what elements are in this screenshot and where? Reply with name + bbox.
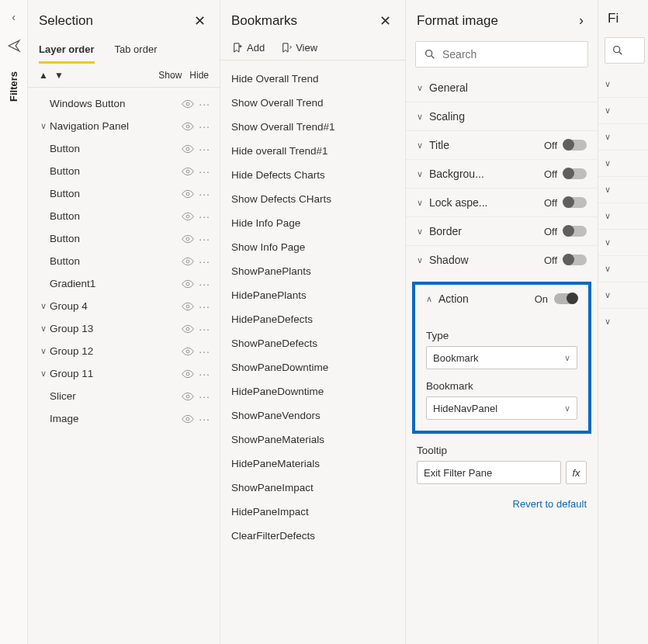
bookmark-item[interactable]: HidePaneMaterials <box>228 452 397 476</box>
section-toggle[interactable] <box>563 140 587 151</box>
more-options-icon[interactable]: ··· <box>199 256 210 267</box>
extra-section[interactable]: ∨ <box>598 282 648 308</box>
view-bookmark-button[interactable]: View <box>280 42 317 54</box>
revert-to-default-link[interactable]: Revert to default <box>406 484 598 510</box>
visibility-icon[interactable] <box>182 347 194 356</box>
more-options-icon[interactable]: ··· <box>199 189 210 199</box>
action-toggle[interactable] <box>554 293 577 304</box>
visibility-icon[interactable] <box>182 302 194 311</box>
selection-item[interactable]: ∨Group 4··· <box>33 295 215 317</box>
bookmark-item[interactable]: HidePaneDowntime <box>228 379 397 403</box>
selection-item[interactable]: Button··· <box>33 250 215 272</box>
section-toggle[interactable] <box>563 197 587 208</box>
tab-tab-order[interactable]: Tab order <box>115 43 158 64</box>
extra-section[interactable]: ∨ <box>598 150 648 176</box>
extra-section[interactable]: ∨ <box>598 308 648 334</box>
section-toggle[interactable] <box>563 254 587 265</box>
bookmark-item[interactable]: Show Overall Trend#1 <box>228 115 397 139</box>
bookmark-item[interactable]: Show Info Page <box>228 235 397 259</box>
action-type-select[interactable]: Bookmark ∨ <box>426 346 577 369</box>
selection-item[interactable]: Slicer··· <box>33 385 215 407</box>
visibility-icon[interactable] <box>182 189 194 199</box>
section-action[interactable]: ∧ Action On <box>415 285 588 313</box>
bookmark-item[interactable]: ShowPaneDowntime <box>228 355 397 379</box>
selection-item[interactable]: ∨Group 13··· <box>33 317 215 340</box>
add-bookmark-button[interactable]: Add <box>231 42 265 54</box>
selection-item[interactable]: Button··· <box>33 227 215 250</box>
visibility-icon[interactable] <box>182 324 194 334</box>
more-options-icon[interactable]: ··· <box>199 346 210 357</box>
bookmark-item[interactable]: Hide Overall Trend <box>228 67 397 91</box>
section-toggle[interactable] <box>563 168 587 179</box>
visibility-icon[interactable] <box>182 257 194 266</box>
extra-search[interactable] <box>605 37 645 64</box>
more-options-icon[interactable]: ··· <box>199 99 210 109</box>
visibility-icon[interactable] <box>182 144 194 154</box>
move-up-icon[interactable]: ▲ <box>39 70 48 81</box>
visibility-icon[interactable] <box>182 212 194 221</box>
extra-section[interactable]: ∨ <box>598 255 648 282</box>
bookmark-item[interactable]: ShowPaneVendors <box>228 403 397 428</box>
more-options-icon[interactable]: ··· <box>199 414 210 424</box>
show-all-button[interactable]: Show <box>158 70 182 81</box>
format-section[interactable]: ∨ShadowOff <box>406 245 598 274</box>
format-search-input[interactable] <box>442 48 580 61</box>
more-options-icon[interactable]: ··· <box>199 166 210 177</box>
bookmark-item[interactable]: Hide Defects Charts <box>228 163 397 187</box>
selection-item[interactable]: ∨Group 11··· <box>33 362 215 385</box>
visibility-icon[interactable] <box>182 369 194 379</box>
format-search[interactable] <box>415 41 588 68</box>
selection-item[interactable]: Button··· <box>33 160 215 182</box>
bookmark-item[interactable]: HidePaneImpact <box>228 500 397 524</box>
visibility-icon[interactable] <box>182 99 194 109</box>
more-options-icon[interactable]: ··· <box>199 121 210 132</box>
tooltip-input[interactable] <box>417 461 561 484</box>
format-section[interactable]: ∨Backgrou...Off <box>406 159 598 188</box>
bookmark-item[interactable]: HidePanePlants <box>228 283 397 307</box>
bookmark-item[interactable]: ShowPanePlants <box>228 259 397 283</box>
selection-item[interactable]: Button··· <box>33 182 215 205</box>
more-options-icon[interactable]: ··· <box>199 369 210 379</box>
section-toggle[interactable] <box>563 226 587 237</box>
more-options-icon[interactable]: ··· <box>199 301 210 312</box>
selection-item[interactable]: Image··· <box>33 407 215 430</box>
extra-section[interactable]: ∨ <box>598 229 648 255</box>
send-icon[interactable] <box>7 39 21 53</box>
selection-item[interactable]: ∨Group 12··· <box>33 340 215 362</box>
selection-item[interactable]: Windows Button··· <box>33 92 215 115</box>
format-section[interactable]: ∨General <box>406 74 598 102</box>
bookmark-item[interactable]: Show Defects CHarts <box>228 187 397 211</box>
bookmark-item[interactable]: ShowPaneImpact <box>228 476 397 500</box>
move-down-icon[interactable]: ▼ <box>54 70 64 81</box>
bookmark-item[interactable]: ShowPaneDefects <box>228 331 397 355</box>
close-selection-button[interactable]: ✕ <box>191 11 209 31</box>
visibility-icon[interactable] <box>182 122 194 131</box>
more-options-icon[interactable]: ··· <box>199 144 210 154</box>
bookmark-item[interactable]: HidePaneDefects <box>228 307 397 331</box>
format-section[interactable]: ∨Lock aspe...Off <box>406 188 598 216</box>
action-bookmark-select[interactable]: HideNavPanel ∨ <box>426 396 577 420</box>
extra-section[interactable]: ∨ <box>598 123 648 150</box>
hide-all-button[interactable]: Hide <box>189 70 209 81</box>
visibility-icon[interactable] <box>182 167 194 176</box>
bookmark-item[interactable]: ClearFilterDefects <box>228 524 397 548</box>
format-section[interactable]: ∨Scaling <box>406 102 598 130</box>
more-options-icon[interactable]: ··· <box>199 279 210 289</box>
filters-vertical-label[interactable]: Filters <box>8 71 19 102</box>
extra-section[interactable]: ∨ <box>598 203 648 229</box>
visibility-icon[interactable] <box>182 414 194 424</box>
tab-layer-order[interactable]: Layer order <box>39 43 95 64</box>
extra-section[interactable]: ∨ <box>598 71 648 97</box>
visibility-icon[interactable] <box>182 279 194 289</box>
format-section[interactable]: ∨TitleOff <box>406 130 598 159</box>
format-section[interactable]: ∨BorderOff <box>406 216 598 245</box>
visibility-icon[interactable] <box>182 234 194 244</box>
collapse-left-icon[interactable]: ‹ <box>12 11 16 23</box>
visibility-icon[interactable] <box>182 392 194 401</box>
more-options-icon[interactable]: ··· <box>199 211 210 222</box>
fx-button[interactable]: fx <box>566 461 587 484</box>
more-options-icon[interactable]: ··· <box>199 234 210 244</box>
collapse-format-button[interactable]: › <box>576 11 587 30</box>
more-options-icon[interactable]: ··· <box>199 324 210 334</box>
bookmark-item[interactable]: Show Overall Trend <box>228 91 397 115</box>
